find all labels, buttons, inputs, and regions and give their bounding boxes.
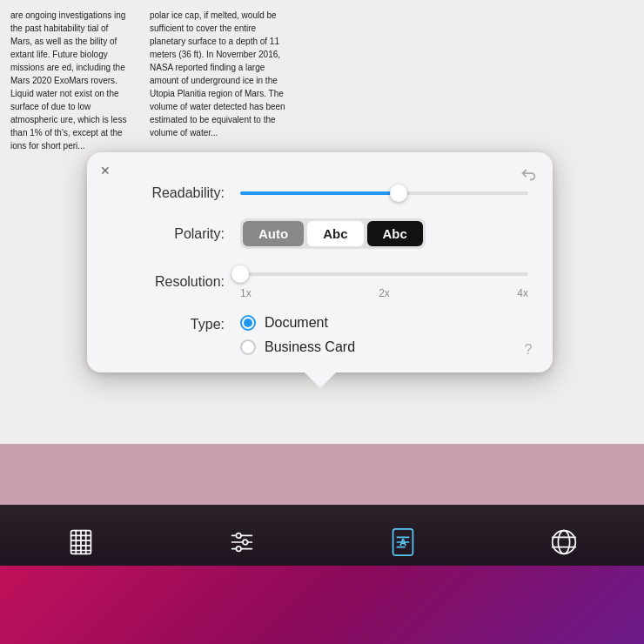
popup-bubble: ✕ Readability: Polarity: Auto A xyxy=(87,152,553,372)
polarity-label: Polarity: xyxy=(111,226,225,242)
polarity-row: Polarity: Auto Abc Abc xyxy=(111,218,528,249)
ocr-icon: A xyxy=(385,524,421,560)
polarity-group: Auto Abc Abc xyxy=(240,218,426,249)
type-row: Type: Document Business Card xyxy=(111,315,528,355)
type-document-radio[interactable] xyxy=(240,315,256,331)
polarity-dark-button[interactable]: Abc xyxy=(367,221,423,246)
type-document-option[interactable]: Document xyxy=(240,315,355,331)
type-business-card-label: Business Card xyxy=(265,339,355,355)
polarity-auto-button[interactable]: Auto xyxy=(243,221,304,246)
svg-point-20 xyxy=(558,531,569,554)
readability-row: Readability: xyxy=(111,184,528,203)
bottom-gradient xyxy=(0,566,644,644)
polarity-light-button[interactable]: Abc xyxy=(307,221,363,246)
svg-point-12 xyxy=(242,540,247,545)
english-icon xyxy=(546,524,582,560)
adjust-icon xyxy=(224,524,260,560)
resolution-slider[interactable]: 1x 2x 4x xyxy=(240,265,528,299)
popup-arrow xyxy=(305,372,336,388)
type-label: Type: xyxy=(111,317,225,332)
close-button[interactable]: ✕ xyxy=(96,161,115,180)
readability-label: Readability: xyxy=(111,185,225,201)
settings-popup: ✕ Readability: Polarity: Auto A xyxy=(87,152,553,388)
help-button[interactable]: ? xyxy=(516,338,540,362)
type-options: Document Business Card xyxy=(240,315,355,355)
type-business-card-option[interactable]: Business Card xyxy=(240,339,355,355)
svg-point-13 xyxy=(236,547,241,552)
svg-text:A: A xyxy=(399,537,406,547)
svg-point-19 xyxy=(552,531,575,554)
readability-slider[interactable] xyxy=(240,184,528,203)
resolution-label: Resolution: xyxy=(111,274,225,290)
resolution-row: Resolution: 1x 2x 4x xyxy=(111,265,528,299)
type-business-card-radio[interactable] xyxy=(240,339,256,355)
svg-point-11 xyxy=(236,533,241,539)
resolution-labels: 1x 2x 4x xyxy=(240,287,528,299)
dimensions-icon xyxy=(63,524,99,560)
type-document-label: Document xyxy=(265,315,328,331)
